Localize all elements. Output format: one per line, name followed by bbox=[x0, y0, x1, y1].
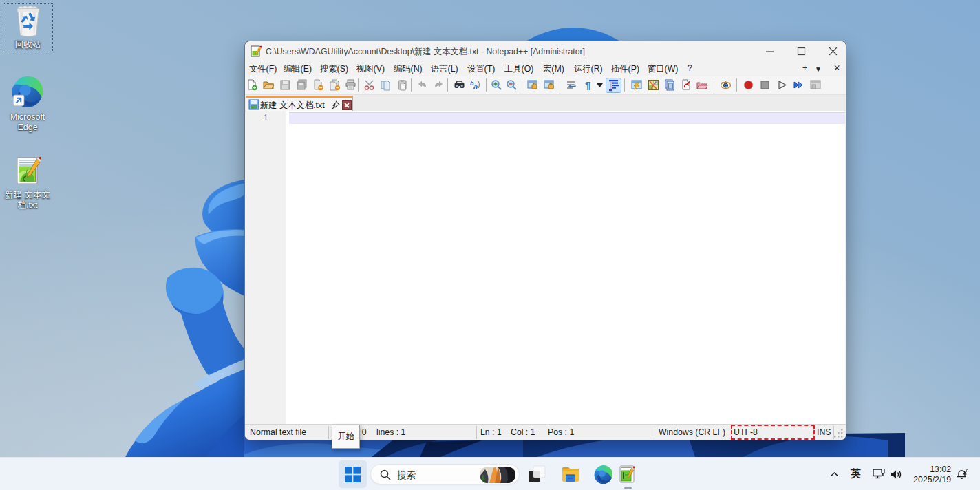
svg-text:¶: ¶ bbox=[585, 79, 590, 91]
svg-text:a: a bbox=[473, 83, 478, 91]
